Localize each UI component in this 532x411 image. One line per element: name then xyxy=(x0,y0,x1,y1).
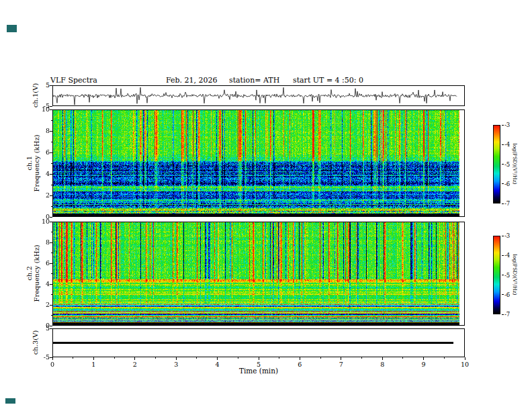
time-tick-label: 7 xyxy=(335,361,348,368)
time-tick-mark xyxy=(341,357,341,360)
ch3-waveform-panel xyxy=(52,328,465,357)
ch2-spec-ytick-mark xyxy=(50,305,52,306)
time-minor-tick-mark xyxy=(279,357,279,359)
ch2-spec-ytick-label: 2 xyxy=(32,301,50,308)
colorbar-tick-mark xyxy=(502,255,504,256)
time-tick-label: 3 xyxy=(169,361,183,368)
colorbar-tick-label: -4 xyxy=(504,252,515,259)
plot-date: Feb. 21, 2026 xyxy=(166,76,218,85)
ch1-waveform-canvas xyxy=(53,86,464,105)
time-tick-label: 1 xyxy=(87,361,100,368)
time-tick-label: 6 xyxy=(293,361,306,368)
ch2-spec-yminor-mark xyxy=(51,253,52,253)
ch2-spec-ytick-label: 8 xyxy=(32,238,50,246)
time-tick-mark xyxy=(93,357,94,360)
time-tick-mark xyxy=(176,357,177,360)
ch1-spec-ytick-label: 4 xyxy=(32,170,50,177)
time-tick-label: 4 xyxy=(211,361,224,368)
colorbar-tick-label: -6 xyxy=(504,291,515,299)
time-tick-mark xyxy=(423,357,424,360)
colorbar-tick-mark xyxy=(502,203,504,204)
ch2-spec-yminor-mark xyxy=(51,273,52,274)
time-minor-tick-mark xyxy=(444,357,445,359)
ch1-frequency-axis-label: ch.1 Frequency (kHz) xyxy=(26,134,40,191)
vlf-spectra-figure: VLF Spectra Feb. 21, 2026 station= ATH s… xyxy=(0,0,532,411)
colorbar-tick-mark xyxy=(502,275,504,275)
ch2-spec-ytick-label: 6 xyxy=(32,259,50,267)
colorbar-ch2 xyxy=(493,236,500,314)
colorbar-tick-mark xyxy=(502,294,504,295)
screen-artifact-top-left xyxy=(7,25,17,32)
ch2-spec-ytick-mark xyxy=(50,222,52,222)
ch1-spec-yminor-mark xyxy=(51,142,52,142)
time-tick-mark xyxy=(259,357,259,360)
time-minor-tick-mark xyxy=(402,357,403,359)
ch1-spec-ytick-mark xyxy=(50,217,52,218)
ch1-waveform-panel xyxy=(52,85,465,106)
ch3-waveform-canvas xyxy=(53,329,464,357)
time-minor-tick-mark xyxy=(155,357,156,359)
ch2-frequency-axis-label: ch.2 Frequency (kHz) xyxy=(26,244,40,302)
ch2-spec-ytick-label: 4 xyxy=(32,280,50,287)
time-tick-label: 0 xyxy=(46,361,59,368)
ch2-channel-label: ch.2 xyxy=(26,244,33,302)
colorbar-tick-label: -4 xyxy=(504,141,515,148)
time-tick-label: 2 xyxy=(128,361,142,368)
ch2-spec-yminor-mark xyxy=(51,294,52,295)
time-tick-mark xyxy=(134,357,135,360)
time-tick-mark xyxy=(300,357,300,360)
time-minor-tick-mark xyxy=(361,357,362,359)
colorbar-tick-label: -5 xyxy=(504,272,515,279)
ch1-spec-ytick-mark xyxy=(50,152,52,153)
ch1-channel-label: ch.1 xyxy=(26,134,33,191)
plot-station: station= ATH xyxy=(229,76,279,85)
colorbar-tick-label: -6 xyxy=(504,181,515,188)
plot-title: VLF Spectra xyxy=(50,76,97,85)
ch1-spec-ytick-label: 10 xyxy=(32,105,50,113)
ch1-wave-ytick-label: 5 xyxy=(32,81,50,89)
time-tick-mark xyxy=(52,357,53,360)
colorbar-ch1 xyxy=(493,125,500,203)
colorbar-tick-mark xyxy=(502,125,504,126)
time-tick-label: 8 xyxy=(375,361,389,368)
time-minor-tick-mark xyxy=(114,357,115,359)
ch2-spec-ytick-mark xyxy=(50,242,52,243)
time-tick-label: 10 xyxy=(458,361,472,368)
time-tick-mark xyxy=(382,357,383,360)
ch1-spec-yminor-mark xyxy=(51,120,52,121)
colorbar-tick-label: -3 xyxy=(504,122,515,129)
ch1-spectrogram-panel xyxy=(52,109,465,217)
ch3-wave-ytick-mark xyxy=(50,328,52,329)
ch1-spec-ytick-mark xyxy=(50,131,52,132)
ch3-wave-ytick-label: -5 xyxy=(32,353,50,361)
time-minor-tick-mark xyxy=(320,357,321,359)
time-tick-mark xyxy=(217,357,218,360)
ch3-voltage-axis-label: ch.3(V) xyxy=(32,330,39,355)
colorbar-tick-mark xyxy=(502,144,504,145)
colorbar-tick-mark xyxy=(502,183,504,184)
time-tick-mark xyxy=(465,357,466,360)
ch2-frequency-unit-label: Frequency (kHz) xyxy=(33,244,40,302)
ch1-spec-yminor-mark xyxy=(51,206,52,207)
ch2-spec-yminor-mark xyxy=(51,315,52,316)
ch1-spec-ytick-label: 8 xyxy=(32,127,50,134)
time-minor-tick-mark xyxy=(196,357,197,359)
ch1-spec-ytick-mark xyxy=(50,109,52,110)
ch1-spec-ytick-label: 2 xyxy=(32,191,50,199)
colorbar-tick-mark xyxy=(502,314,504,315)
ch1-spec-ytick-mark xyxy=(50,195,52,196)
ch1-frequency-unit-label: Frequency (kHz) xyxy=(33,134,40,191)
colorbar-tick-label: -5 xyxy=(504,161,515,169)
ch2-spec-ytick-mark xyxy=(50,284,52,285)
ch2-spec-ytick-mark xyxy=(50,326,52,326)
colorbar-tick-label: -3 xyxy=(504,232,515,240)
time-minor-tick-mark xyxy=(73,357,73,359)
ch2-spec-ytick-label: 10 xyxy=(32,218,50,225)
ch1-wave-ytick-mark xyxy=(50,85,52,86)
ch1-spec-ytick-mark xyxy=(50,174,52,175)
screen-artifact-bottom-left xyxy=(5,398,15,404)
colorbar-tick-label: -7 xyxy=(504,311,515,318)
ch1-wave-ytick-mark xyxy=(50,106,52,107)
colorbar-tick-mark xyxy=(502,236,504,236)
ch1-spec-ytick-label: 6 xyxy=(32,148,50,156)
